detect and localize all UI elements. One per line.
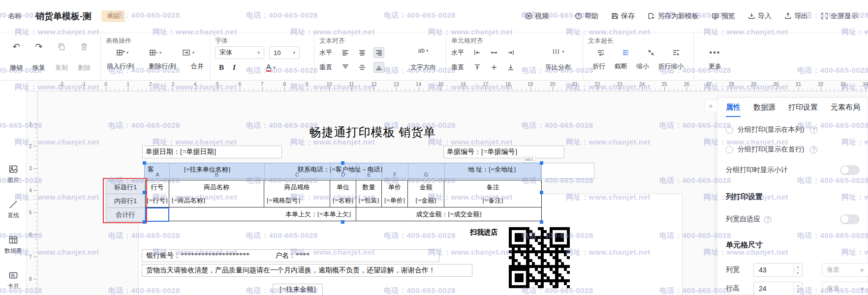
sidebar-item-image[interactable]: 图片 [0, 164, 27, 184]
bold-button[interactable]: B [219, 63, 224, 72]
valign-top-button[interactable] [340, 62, 351, 73]
field-cell[interactable]: [=规格型号] [264, 194, 330, 207]
fullscreen-button[interactable]: 全屏显示 [821, 12, 858, 21]
sidebar-item-data-table[interactable]: 数据表 [0, 235, 27, 255]
selection-handle[interactable] [143, 191, 146, 194]
column-letter[interactable]: F [382, 171, 408, 178]
delete-button[interactable]: 删除 [73, 39, 95, 77]
column-letter[interactable]: C [264, 171, 330, 178]
truncate-label[interactable]: 截断 [615, 62, 627, 71]
field-cell[interactable]: [=包装] [356, 194, 382, 207]
tab-element-layout[interactable]: 元素布局 [831, 103, 860, 117]
table-header-band[interactable]: 客 [=往来单位名称] 联系电话：[=客户地址－电话] 地 址：[=全地址] A… [144, 163, 541, 179]
selection-handle[interactable] [341, 161, 344, 165]
row-height-unit-select[interactable]: 像素▾ [822, 282, 868, 295]
selection-handle[interactable] [341, 220, 344, 224]
column-letter[interactable]: A [146, 171, 169, 178]
template-title-block[interactable]: 畅捷通打印模板 销货单 [223, 124, 522, 140]
merge-cells-button[interactable]: ▾ [182, 48, 195, 57]
doc-date-field[interactable]: 单据日期：[=单据日期] [142, 146, 282, 158]
italic-button[interactable]: I [233, 63, 236, 72]
header-cell[interactable]: 单价 [382, 180, 408, 194]
step-up-icon[interactable]: ▲ [794, 282, 802, 289]
selection-handle[interactable] [540, 220, 543, 224]
insert-row-col-button[interactable]: ▾ [116, 48, 129, 57]
field-cell[interactable]: [=单价] [382, 194, 408, 207]
selection-handle[interactable] [143, 161, 146, 165]
panel-collapse-button[interactable]: » [704, 99, 717, 112]
halign-center-button[interactable] [357, 47, 368, 58]
help-circle-icon[interactable]: ? [810, 126, 817, 134]
sidebar-item-line[interactable]: 直线 [0, 200, 27, 220]
save-button[interactable]: 保存 [611, 12, 635, 21]
more-label[interactable]: 更多 [709, 60, 721, 71]
selection-handle[interactable] [143, 220, 146, 224]
selection-handle[interactable] [540, 191, 543, 194]
field-cell[interactable]: [=名称] [330, 194, 356, 207]
cell-halign-right-button[interactable] [505, 47, 516, 58]
autofit-toggle[interactable] [840, 214, 860, 224]
band-extra-cell[interactable] [541, 163, 594, 179]
notice-row[interactable]: 货物当天请验收清楚，产品质量问题请在一个月内退换，逾期概不负责，还望谅解，谢谢合… [142, 264, 472, 277]
header-cell[interactable]: 行号 [146, 180, 169, 194]
cell-valign-bottom-button[interactable] [505, 62, 516, 73]
column-letter[interactable]: G [408, 171, 444, 178]
preview-button[interactable]: 预览 [712, 12, 735, 21]
halign-left-button[interactable] [340, 47, 351, 58]
tab-data-source[interactable]: 数据源 [753, 103, 775, 117]
font-color-button[interactable]: A ▾ [266, 63, 276, 72]
distribute-label[interactable]: 等比分布 [545, 63, 571, 72]
help-circle-icon[interactable]: ? [810, 146, 817, 153]
insert-row-col-label[interactable]: 插入行/列 [107, 62, 134, 71]
merge-cells-label[interactable]: 合并 [191, 62, 204, 71]
row-label-content[interactable]: 内容行1 [106, 194, 145, 208]
cell-halign-center-button[interactable] [489, 47, 499, 58]
wrap-label[interactable]: 折行 [592, 62, 605, 71]
step-down-icon[interactable]: ▼ [794, 289, 802, 295]
col-width-unit-select[interactable]: 像素▾ [822, 263, 868, 277]
shrink-label[interactable]: 缩小 [636, 62, 649, 71]
amount-field[interactable]: [=往来金额] [273, 284, 323, 295]
selection-handle[interactable] [540, 161, 543, 165]
delete-row-col-button[interactable]: ▾ [149, 48, 162, 57]
row-height-stepper[interactable]: 24 ▲▼ [753, 282, 803, 295]
header-cell[interactable]: 备注 [444, 180, 542, 194]
field-cell[interactable]: [=行号] [146, 194, 169, 207]
distribute-button[interactable]: ▾ [552, 47, 564, 56]
wrap-shrink-button[interactable] [671, 47, 682, 58]
font-family-select[interactable]: 宋体▾ [215, 46, 264, 59]
valign-middle-button[interactable] [357, 62, 368, 73]
text-direction-button[interactable]: ab ▾ [418, 47, 429, 54]
step-up-icon[interactable]: ▲ [794, 264, 802, 270]
total-right-cell[interactable]: 成交金额：[=成交金额] [356, 207, 542, 221]
column-letter[interactable]: B [169, 171, 264, 178]
tab-print-settings[interactable]: 打印设置 [788, 103, 818, 117]
bank-row[interactable]: 银行账号：******************** 户名：**** [142, 249, 439, 262]
step-down-icon[interactable]: ▼ [794, 270, 802, 277]
column-letter[interactable]: D [330, 171, 356, 178]
column-letter[interactable]: E [356, 171, 382, 178]
delete-row-col-label[interactable]: 删除行/列 [149, 62, 177, 71]
video-button[interactable]: 视频 [525, 12, 549, 21]
subtotal-toggle[interactable] [840, 165, 860, 175]
field-cell[interactable]: [=商品名称] [169, 194, 264, 207]
more-button[interactable]: ••• [710, 45, 721, 60]
header-cell[interactable]: 单位 [330, 180, 356, 194]
qr-caption[interactable]: 扫我进店 [470, 228, 497, 237]
shrink-button[interactable] [646, 47, 656, 58]
field-cell[interactable]: [=备注] [444, 194, 542, 207]
import-button[interactable]: 导入 [748, 12, 772, 21]
total-left-cell[interactable]: 本单上欠：[=本单上欠] [169, 207, 356, 221]
font-size-select[interactable]: 10▾ [269, 46, 300, 59]
export-button[interactable]: 导出 [784, 12, 808, 21]
redo-button[interactable]: ↷ 恢复 [28, 39, 50, 77]
header-cell[interactable]: 金额 [408, 180, 444, 194]
wrap-shrink-label[interactable]: 折行缩小 [658, 62, 684, 71]
tab-properties[interactable]: 属性 [726, 103, 741, 117]
cell-valign-top-button[interactable] [472, 62, 483, 73]
doc-number-field[interactable]: 单据编号：[=单据编号] [443, 146, 564, 158]
text-direction-label[interactable]: 文字方向 [410, 63, 436, 72]
truncate-button[interactable] [620, 47, 631, 58]
header-cell[interactable]: 数量 [356, 180, 382, 194]
qr-code[interactable] [509, 227, 570, 288]
